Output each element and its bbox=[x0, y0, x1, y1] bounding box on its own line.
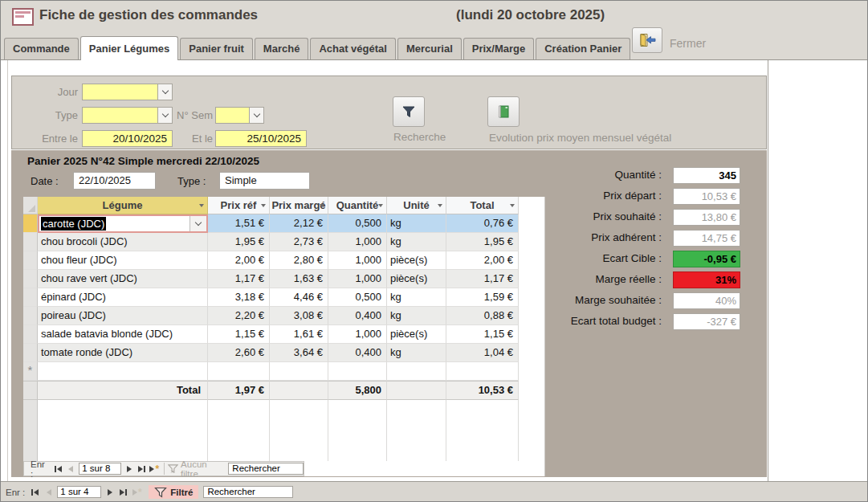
cell-quantite[interactable]: 0,500 bbox=[328, 288, 387, 307]
empty-cell[interactable] bbox=[446, 362, 519, 381]
cell-prix-marge[interactable]: 1,61 € bbox=[270, 325, 328, 344]
table-row[interactable]: salade batavia blonde (JDC)1,15 €1,61 €1… bbox=[23, 325, 544, 344]
row-selector[interactable] bbox=[23, 307, 38, 325]
record-position-box[interactable]: 1 sur 8 bbox=[79, 463, 121, 475]
cell-unite[interactable]: kg bbox=[387, 214, 446, 233]
filter-arrow-icon[interactable] bbox=[510, 204, 515, 207]
last-record-button[interactable] bbox=[136, 463, 149, 475]
previous-record-button[interactable] bbox=[42, 487, 55, 498]
cell-legume[interactable]: chou rave vert (JDC) bbox=[38, 270, 208, 288]
row-selector[interactable] bbox=[23, 344, 38, 362]
select-all-corner[interactable] bbox=[23, 197, 38, 214]
empty-cell[interactable] bbox=[270, 362, 328, 381]
cell-unite[interactable]: kg bbox=[387, 307, 446, 325]
cell-quantite[interactable]: 0,400 bbox=[328, 344, 387, 362]
row-selector[interactable] bbox=[23, 214, 38, 233]
new-record-button[interactable]: * bbox=[148, 463, 161, 475]
cell-legume[interactable]: chou brocoli (JDC) bbox=[38, 233, 208, 251]
type-combobox[interactable] bbox=[82, 107, 173, 124]
cell-prix-marge[interactable]: 2,12 € bbox=[270, 214, 328, 233]
empty-cell[interactable] bbox=[208, 362, 270, 381]
column-header-legume[interactable]: Légume bbox=[38, 197, 208, 214]
table-row[interactable]: chou fleur (JDC)2,00 €2,80 €1,000pièce(s… bbox=[23, 251, 544, 270]
cell-prix-marge[interactable]: 2,73 € bbox=[270, 233, 328, 251]
table-row[interactable]: épinard (JDC)3,18 €4,46 €0,500kg1,59 € bbox=[23, 288, 544, 307]
close-form-button[interactable] bbox=[632, 27, 662, 53]
date-debut-field[interactable]: 20/10/2025 bbox=[82, 130, 173, 147]
cell-total[interactable]: 1,04 € bbox=[446, 344, 519, 362]
legume-combobox[interactable]: carotte (JDC) bbox=[38, 214, 208, 233]
cell-prix-marge[interactable]: 4,46 € bbox=[270, 288, 328, 307]
new-record-icon[interactable]: * bbox=[23, 362, 38, 381]
cell-unite[interactable]: pièce(s) bbox=[387, 270, 446, 288]
form-search-input[interactable]: Rechercher bbox=[203, 486, 293, 498]
filter-arrow-icon[interactable] bbox=[320, 204, 324, 207]
date-field[interactable]: 22/10/2025 bbox=[73, 172, 156, 190]
next-record-button[interactable] bbox=[123, 463, 136, 475]
tab-cr-ation-panier[interactable]: Création Panier bbox=[536, 38, 630, 59]
next-record-button[interactable] bbox=[103, 487, 116, 498]
tab-commande[interactable]: Commande bbox=[4, 38, 79, 59]
cell-unite[interactable]: kg bbox=[387, 288, 446, 307]
cell-quantite[interactable]: 1,000 bbox=[328, 233, 387, 251]
recherche-button[interactable] bbox=[393, 96, 425, 127]
filter-arrow-icon[interactable] bbox=[199, 204, 204, 207]
column-header-prix-marge[interactable]: Prix margé bbox=[270, 197, 328, 214]
cell-prix-ref[interactable]: 1,95 € bbox=[208, 233, 270, 251]
cell-legume[interactable]: salade batavia blonde (JDC) bbox=[38, 325, 208, 344]
cell-legume[interactable]: chou fleur (JDC) bbox=[38, 251, 208, 270]
previous-record-button[interactable] bbox=[64, 463, 77, 475]
row-selector[interactable] bbox=[23, 325, 38, 344]
first-record-button[interactable] bbox=[28, 487, 42, 498]
evolution-prix-button[interactable] bbox=[487, 96, 520, 127]
table-row[interactable]: tomate ronde (JDC)2,60 €3,64 €0,400kg1,0… bbox=[23, 344, 544, 362]
new-record-button[interactable]: * bbox=[130, 487, 144, 498]
num-semaine-combobox[interactable] bbox=[215, 107, 264, 124]
table-row[interactable]: chou rave vert (JDC)1,17 €1,63 €1,000piè… bbox=[23, 270, 544, 288]
cell-prix-ref[interactable]: 2,60 € bbox=[208, 344, 270, 362]
cell-legume[interactable]: tomate ronde (JDC) bbox=[38, 344, 208, 362]
cell-prix-ref[interactable]: 1,17 € bbox=[208, 270, 270, 288]
row-selector[interactable] bbox=[23, 251, 38, 270]
stat-field-quantit-[interactable]: 345 bbox=[673, 167, 740, 184]
cell-prix-marge[interactable]: 3,64 € bbox=[270, 344, 328, 362]
cell-quantite[interactable]: 1,000 bbox=[328, 251, 387, 270]
row-selector[interactable] bbox=[23, 233, 38, 251]
cell-quantite[interactable]: 1,000 bbox=[328, 270, 387, 288]
cell-unite[interactable]: kg bbox=[387, 233, 446, 251]
cell-legume[interactable]: épinard (JDC) bbox=[38, 288, 208, 307]
filtered-toggle[interactable]: Filtré bbox=[149, 485, 198, 499]
tab-mercurial[interactable]: Mercurial bbox=[397, 38, 462, 59]
table-row[interactable]: poireau (JDC)2,20 €3,08 €0,400kg0,88 € bbox=[23, 307, 544, 325]
cell-prix-ref[interactable]: 1,51 € bbox=[208, 214, 270, 233]
jour-combobox[interactable] bbox=[82, 84, 173, 100]
no-filter-toggle[interactable]: Aucun filtre bbox=[168, 459, 223, 479]
row-selector[interactable] bbox=[23, 288, 38, 307]
filter-arrow-icon[interactable] bbox=[378, 204, 383, 207]
chevron-down-icon[interactable] bbox=[249, 108, 263, 123]
date-fin-field[interactable]: 25/10/2025 bbox=[215, 130, 307, 147]
first-record-button[interactable] bbox=[52, 463, 65, 475]
chevron-down-icon[interactable] bbox=[157, 108, 172, 123]
cell-unite[interactable]: pièce(s) bbox=[387, 325, 446, 344]
tab-achat-v-g-tal[interactable]: Achat végétal bbox=[310, 38, 396, 59]
cell-unite[interactable]: kg bbox=[387, 344, 446, 362]
chevron-down-icon[interactable] bbox=[157, 84, 172, 100]
filter-arrow-icon[interactable] bbox=[261, 204, 266, 207]
cell-prix-marge[interactable]: 3,08 € bbox=[270, 307, 328, 325]
empty-cell[interactable] bbox=[328, 362, 387, 381]
record-position-box[interactable]: 1 sur 4 bbox=[57, 486, 101, 498]
column-header-prix-ref[interactable]: Prix réf bbox=[208, 197, 270, 214]
cell-prix-ref[interactable]: 2,20 € bbox=[208, 307, 270, 325]
row-selector[interactable] bbox=[23, 270, 38, 288]
table-row[interactable]: chou brocoli (JDC)1,95 €2,73 €1,000kg1,9… bbox=[23, 233, 544, 251]
cell-prix-marge[interactable]: 2,80 € bbox=[270, 251, 328, 270]
cell-quantite[interactable]: 1,000 bbox=[328, 325, 387, 344]
cell-quantite[interactable]: 0,400 bbox=[328, 307, 387, 325]
column-header-quantite[interactable]: Quantité bbox=[328, 197, 387, 214]
cell-prix-ref[interactable]: 2,00 € bbox=[208, 251, 270, 270]
chevron-down-icon[interactable] bbox=[189, 216, 206, 231]
cell-prix-ref[interactable]: 3,18 € bbox=[208, 288, 270, 307]
column-header-unite[interactable]: Unité bbox=[387, 197, 446, 214]
tab-panier-fruit[interactable]: Panier fruit bbox=[180, 38, 253, 59]
